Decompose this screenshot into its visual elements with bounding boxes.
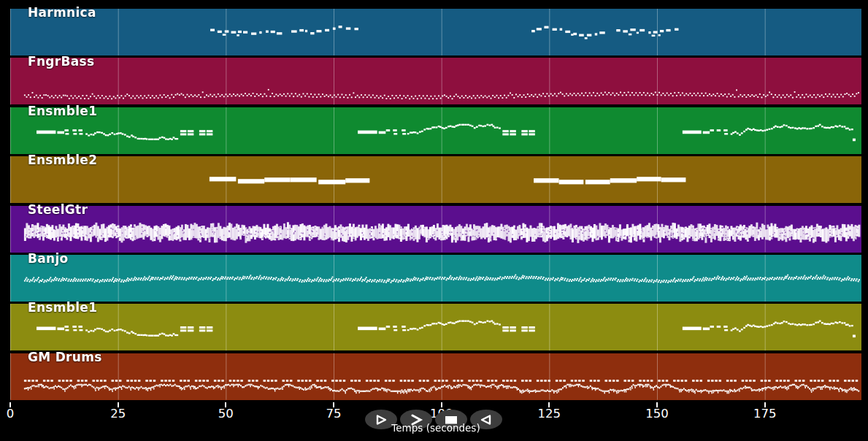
track-band: Harmnica [10,9,861,55]
track-label: Ensmble2 [28,153,97,167]
track-label: Ensmble1 [28,104,97,118]
track-band: Ensmble2 [10,156,861,203]
track-band: GM Drums [10,353,861,400]
axis-tick-label: 25 [110,407,126,421]
axis-tick-label: 175 [753,407,777,421]
axis-tick-label: 150 [645,407,669,421]
play-icon [373,414,389,426]
axis-tick-label: 50 [218,407,234,421]
transport-controls [365,410,502,429]
stop-button[interactable] [435,410,467,429]
fast-forward-icon [408,414,424,426]
axis-tick-label: 0 [7,407,15,421]
fast-forward-button[interactable] [400,410,432,429]
track-band: Ensmble1 [10,304,861,350]
rewind-button[interactable] [470,410,502,429]
track-band: Banjo [10,255,861,302]
rewind-icon [478,414,494,426]
track-label: FngrBass [28,54,94,69]
stop-icon [443,414,459,426]
axis-tick-label: 75 [326,407,342,421]
track-band: Ensmble1 [10,107,861,154]
track-band: SteelGtr [10,206,861,253]
axis-tick-label: 125 [538,407,561,421]
track-band: FngrBass [10,58,861,104]
play-button[interactable] [365,410,397,429]
midi-visualizer-window: Harmnica FngrBass Ensmble1 Ensmble2 Stee… [0,0,868,441]
track-label: Ensmble1 [28,300,97,315]
track-label: Harmnica [28,5,96,20]
track-label: GM Drums [28,350,102,364]
track-label: SteelGtr [28,202,88,217]
track-label: Banjo [28,251,69,266]
